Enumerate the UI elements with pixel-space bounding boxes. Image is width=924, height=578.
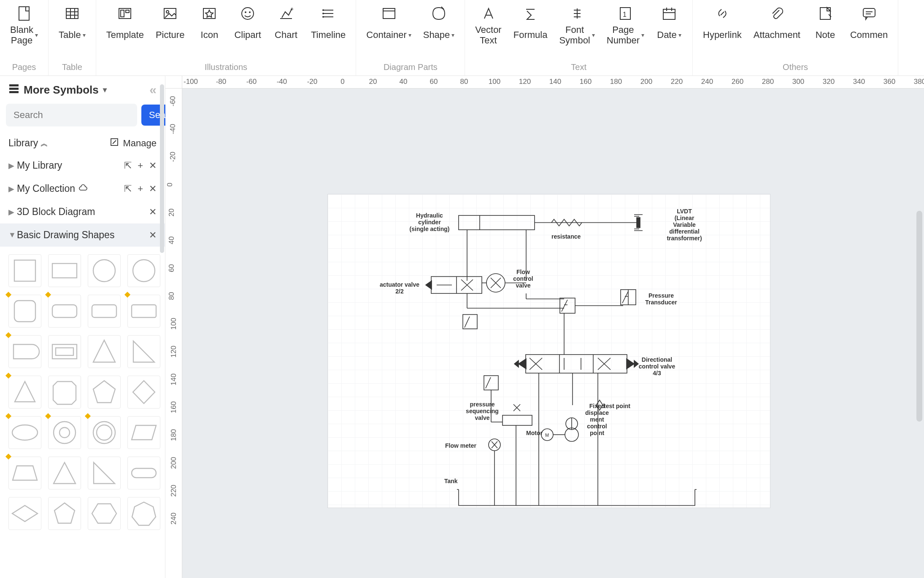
shape-para[interactable] bbox=[127, 416, 160, 449]
canvas-scroll[interactable]: M Hydrauliccylinder(single acting) resis… bbox=[182, 89, 924, 578]
insert-ribbon: BlankPage▾Pages Table▾Table Template Pic… bbox=[0, 0, 924, 76]
clipart-button[interactable]: Clipart bbox=[228, 3, 267, 47]
shape-circ2[interactable] bbox=[127, 254, 160, 287]
collapse-panel-icon[interactable]: « bbox=[149, 83, 157, 97]
shape-tri2[interactable] bbox=[8, 376, 41, 409]
ribbon-label: Shape▾ bbox=[423, 24, 455, 46]
svg-rect-32 bbox=[132, 305, 156, 317]
timeline-button[interactable]: Timeline bbox=[305, 3, 351, 47]
chevron-down-icon[interactable]: ▾ bbox=[103, 85, 107, 94]
svg-point-36 bbox=[54, 422, 76, 444]
shape-sq[interactable] bbox=[8, 254, 41, 287]
shape-button[interactable]: Shape▾ bbox=[417, 3, 461, 47]
close-icon[interactable]: ✕ bbox=[149, 207, 157, 218]
ruler-tick: -20 bbox=[169, 152, 177, 162]
comment-button[interactable]: Commen bbox=[844, 3, 894, 47]
ruler-vertical[interactable]: -60-40-200204060801001201401601802002202… bbox=[165, 89, 182, 578]
panel-scrollbar[interactable] bbox=[160, 84, 164, 253]
close-icon[interactable]: ✕ bbox=[149, 230, 157, 241]
label-actuator-valve: actuator valve2/2 bbox=[374, 281, 425, 295]
shape-trap[interactable] bbox=[8, 457, 41, 489]
shape-circ[interactable] bbox=[88, 254, 121, 287]
svg-point-14 bbox=[322, 16, 324, 18]
comment-icon bbox=[861, 5, 878, 22]
svg-rect-26 bbox=[52, 263, 77, 278]
ruler-tick: -20 bbox=[307, 78, 318, 86]
ruler-tick: 120 bbox=[170, 346, 178, 358]
shape-rrect3[interactable] bbox=[127, 295, 160, 328]
category-label: My Library bbox=[17, 160, 62, 171]
add-icon[interactable]: + bbox=[138, 160, 143, 171]
shape-pent[interactable] bbox=[88, 376, 121, 409]
collapse-up-icon[interactable]: ︽ bbox=[41, 138, 48, 148]
shape-ell[interactable] bbox=[8, 416, 41, 449]
attachment-button[interactable]: Attachment bbox=[748, 3, 806, 47]
chevron-down-icon: ▾ bbox=[408, 32, 411, 38]
blank-page-button[interactable]: BlankPage▾ bbox=[4, 3, 44, 48]
table-button[interactable]: Table▾ bbox=[53, 3, 92, 47]
shape-octish[interactable] bbox=[48, 376, 81, 409]
ribbon-label: Template bbox=[106, 24, 144, 46]
picture-button[interactable]: Picture bbox=[150, 3, 190, 47]
shape-rrect2[interactable] bbox=[88, 295, 121, 328]
shape-half[interactable] bbox=[8, 335, 41, 368]
category-3d-block-diagram[interactable]: ▶ 3D Block Diagram ✕ bbox=[0, 200, 165, 223]
shape-rtri[interactable] bbox=[127, 335, 160, 368]
ribbon-label: Date▾ bbox=[657, 24, 681, 46]
expand-triangle-icon: ▶ bbox=[8, 161, 17, 170]
symbol-search-input[interactable] bbox=[6, 104, 137, 126]
label-hydraulic-cylinder: Hydrauliccylinder(single acting) bbox=[406, 212, 453, 232]
icon-star-button[interactable]: Icon bbox=[190, 3, 228, 47]
svg-point-39 bbox=[97, 425, 112, 440]
date-button[interactable]: Date▾ bbox=[650, 3, 688, 47]
category-my-collection[interactable]: ▶ My Collection ⇱+✕ bbox=[0, 177, 165, 200]
shape-frame[interactable] bbox=[48, 335, 81, 368]
chart-button[interactable]: + Chart bbox=[267, 3, 305, 47]
add-icon[interactable]: + bbox=[138, 183, 143, 194]
container-button[interactable]: Container▾ bbox=[360, 3, 417, 47]
ribbon-label: Note bbox=[816, 24, 835, 46]
shape-tri3[interactable] bbox=[48, 457, 81, 489]
close-icon[interactable]: ✕ bbox=[149, 160, 157, 171]
font-symbol-button[interactable]: FontSymbol▾ bbox=[553, 3, 600, 48]
page-number-button[interactable]: 1 PageNumber▾ bbox=[601, 3, 650, 48]
canvas-scrollbar[interactable] bbox=[916, 211, 922, 422]
close-icon[interactable]: ✕ bbox=[149, 183, 157, 194]
label-pressure-sequencing: pressuresequencingvalve bbox=[461, 401, 503, 421]
chevron-down-icon: ▾ bbox=[451, 32, 454, 38]
shape-hex[interactable] bbox=[88, 497, 121, 530]
formula-button[interactable]: Formula bbox=[508, 3, 554, 47]
shape-hept[interactable] bbox=[127, 497, 160, 530]
ruler-horizontal[interactable]: -100-80-60-40-20020406080100120140160180… bbox=[182, 76, 924, 89]
shape-rrect[interactable] bbox=[48, 295, 81, 328]
import-icon[interactable]: ⇱ bbox=[124, 183, 132, 194]
shape-diam2[interactable] bbox=[8, 497, 41, 530]
import-icon[interactable]: ⇱ bbox=[124, 160, 132, 171]
svg-rect-40 bbox=[132, 468, 156, 478]
label-tank: Tank bbox=[444, 478, 458, 484]
diagram-sheet[interactable]: M Hydrauliccylinder(single acting) resis… bbox=[327, 194, 770, 508]
note-button[interactable]: Note bbox=[806, 3, 844, 47]
edit-icon[interactable] bbox=[110, 138, 119, 149]
ruler-tick: 360 bbox=[883, 78, 895, 86]
ribbon-group-title: Illustrations bbox=[205, 62, 247, 72]
category-my-library[interactable]: ▶ My Library ⇱+✕ bbox=[0, 154, 165, 177]
template-button[interactable]: Template bbox=[100, 3, 150, 47]
timeline-icon bbox=[320, 5, 337, 22]
svg-rect-31 bbox=[92, 305, 116, 317]
vector-text-button[interactable]: VectorText bbox=[469, 3, 507, 48]
shape-ring[interactable] bbox=[48, 416, 81, 449]
shape-rtri2[interactable] bbox=[88, 457, 121, 489]
svg-point-8 bbox=[242, 8, 254, 19]
shape-pent2[interactable] bbox=[48, 497, 81, 530]
shape-rect[interactable] bbox=[48, 254, 81, 287]
shape-tri[interactable] bbox=[88, 335, 121, 368]
shape-ring2[interactable] bbox=[88, 416, 121, 449]
shape-pill[interactable] bbox=[127, 457, 160, 489]
shape-rsq[interactable] bbox=[8, 295, 41, 328]
manage-label[interactable]: Manage bbox=[123, 138, 157, 149]
ruler-tick: 180 bbox=[610, 78, 622, 86]
category-basic-drawing-shapes[interactable]: ▼ Basic Drawing Shapes ✕ bbox=[0, 223, 165, 247]
hyperlink-button[interactable]: Hyperlink bbox=[697, 3, 748, 47]
shape-diam[interactable] bbox=[127, 376, 160, 409]
